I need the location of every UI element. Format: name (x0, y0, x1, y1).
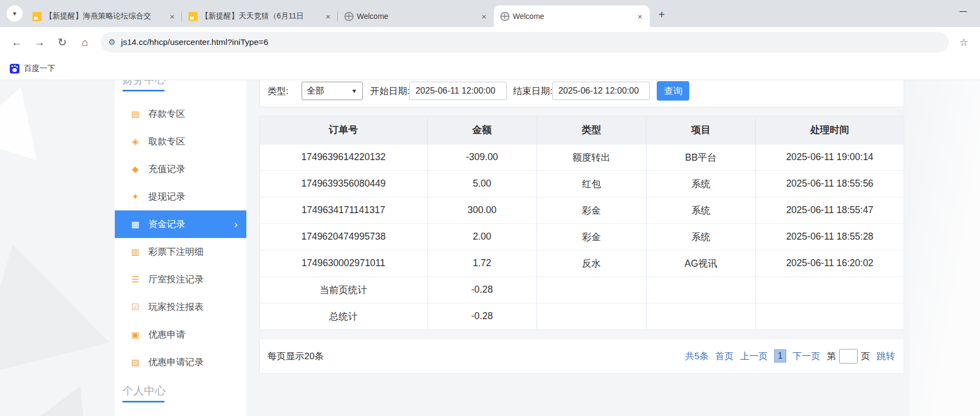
cell-process-time: 2025-06-11 18:55:47 (756, 197, 904, 223)
cell-amount: -0.28 (427, 303, 537, 329)
cashout-record-icon: ✦ (130, 192, 141, 202)
cell-process-time: 2025-06-11 18:55:28 (756, 223, 904, 250)
sidebar-item-recharge-record[interactable]: ◆ 充值记录 (115, 155, 246, 183)
next-page-link[interactable]: 下一页 (793, 350, 820, 362)
cell-amount: -0.28 (427, 276, 537, 303)
tab-title: 【新提醒】天天竞猜（6月11日 (201, 11, 319, 21)
end-date-input[interactable] (552, 82, 650, 100)
chevron-down-icon: ▼ (351, 88, 357, 94)
close-icon[interactable]: × (479, 11, 489, 22)
sidebar-item-label: 提现记录 (148, 190, 185, 203)
chevron-down-icon: ▾ (13, 10, 16, 17)
cell-project: 系统 (646, 223, 755, 250)
cell-project: BB平台 (646, 144, 755, 170)
cell-amount: 1.72 (427, 250, 537, 276)
tab-forum-1[interactable]: 【新提醒】海燕策略论坛综合交 × (26, 5, 182, 27)
sidebar-item-label: 存款专区 (148, 108, 185, 120)
tab-search-button[interactable]: ▾ (6, 5, 23, 22)
cell-project: 系统 (646, 170, 755, 197)
type-select[interactable]: 全部 ▼ (302, 82, 363, 100)
withdraw-icon: ◈ (130, 136, 141, 147)
current-page-indicator[interactable]: 1 (774, 349, 786, 362)
table-row: 1749634171141317 300.00 彩金 系统 2025-06-11… (260, 197, 904, 223)
header-type: 类型 (537, 116, 646, 144)
cell-process-time: 2025-06-11 16:20:02 (756, 250, 904, 276)
sidebar-item-deposit-zone[interactable]: ▤ 存款专区 (115, 100, 246, 128)
prev-page-link[interactable]: 上一页 (740, 350, 768, 362)
records-table: 订单号 金额 类型 项目 处理时间 1749639614220132 -309.… (260, 116, 904, 329)
cell-label: 当前页统计 (260, 276, 427, 303)
reload-button[interactable]: ↻ (52, 32, 73, 52)
tab-title: Welcome (357, 12, 475, 21)
cell-order-id: 1749620474995738 (260, 223, 427, 250)
forum-favicon (32, 12, 42, 21)
sidebar-item-promo-record[interactable]: ▧ 优惠申请记录 (115, 348, 246, 376)
decorative-triangle (0, 80, 57, 161)
start-date-input[interactable] (409, 82, 507, 100)
tab-forum-2[interactable]: 【新提醒】天天竞猜（6月11日 × (182, 5, 338, 27)
cell-process-time: 2025-06-11 18:55:56 (756, 170, 904, 197)
table-row: 1749620474995738 2.00 彩金 系统 2025-06-11 1… (260, 223, 904, 250)
sidebar-item-cashout-record[interactable]: ✦ 提现记录 (115, 183, 246, 210)
cell-empty (537, 303, 646, 329)
bookmark-baidu[interactable]: 百度一下 (5, 61, 60, 76)
sidebar-item-label: 彩票下注明细 (148, 246, 204, 258)
close-icon[interactable]: × (167, 11, 178, 22)
tab-title: Welcome (513, 12, 631, 21)
cell-order-id: 1749634171141317 (260, 197, 427, 223)
home-button[interactable]: ⌂ (75, 32, 95, 52)
decorative-triangle (10, 369, 120, 416)
cell-label: 总统计 (260, 303, 427, 329)
globe-favicon (344, 12, 354, 21)
baidu-favicon (10, 64, 19, 74)
sidebar-item-funds-record[interactable]: ▦ 资金记录 › (115, 210, 246, 238)
header-amount: 金额 (427, 116, 537, 144)
bookmark-star-icon[interactable]: ☆ (954, 32, 974, 52)
page-jump-input[interactable] (839, 349, 858, 364)
sidebar-item-withdraw-zone[interactable]: ◈ 取款专区 (115, 128, 246, 155)
promo-apply-icon: ▣ (130, 329, 141, 340)
new-tab-button[interactable]: + (654, 7, 669, 22)
hall-bet-record-icon: ☰ (130, 274, 141, 285)
table-row-grand-total: 总统计 -0.28 (260, 303, 904, 329)
sidebar-item-lottery-detail[interactable]: ▥ 彩票下注明细 (115, 238, 246, 266)
close-icon[interactable]: × (635, 11, 645, 22)
sidebar-item-player-report[interactable]: ☑ 玩家投注报表 (115, 293, 246, 321)
type-select-value: 全部 (307, 85, 324, 97)
header-process-time: 处理时间 (756, 116, 904, 144)
forward-button[interactable]: → (29, 32, 50, 52)
per-page-text: 每页显示20条 (267, 350, 324, 362)
page-content: 财务中心 ▤ 存款专区 ◈ 取款专区 ◆ 充值记录 ✦ 提现记录 (0, 80, 980, 416)
page-jump-group: 第 页 (827, 349, 870, 364)
funds-record-icon: ▦ (130, 219, 141, 229)
table-row: 1749639356080449 5.00 红包 系统 2025-06-11 1… (260, 170, 904, 197)
header-project: 项目 (646, 116, 755, 144)
tab-welcome-1[interactable]: Welcome × (338, 5, 494, 27)
records-table-panel: 订单号 金额 类型 项目 处理时间 1749639614220132 -309.… (259, 116, 904, 330)
sidebar-item-label: 资金记录 (148, 218, 185, 230)
jump-button[interactable]: 跳转 (877, 350, 895, 362)
sidebar-item-hall-bet-record[interactable]: ☰ 厅室投注记录 (115, 266, 246, 293)
cell-order-id: 1749630002971011 (260, 250, 427, 276)
table-row: 1749630002971011 1.72 反水 AG视讯 2025-06-11… (260, 250, 904, 276)
close-icon[interactable]: × (323, 11, 334, 22)
tab-welcome-2-active[interactable]: Welcome × (494, 5, 650, 27)
player-report-icon: ☑ (130, 302, 141, 312)
decorative-band (910, 80, 980, 416)
heading-underline (122, 401, 165, 402)
cell-amount: 300.00 (427, 197, 537, 223)
search-button[interactable]: 查询 (657, 81, 689, 101)
finance-center-heading: 财务中心 (122, 80, 246, 87)
url-text: js14.cc/hhcp/usercenter.html?iniType=6 (121, 37, 268, 47)
cell-empty (756, 303, 904, 329)
cell-amount: 2.00 (427, 223, 537, 250)
tab-title: 【新提醒】海燕策略论坛综合交 (45, 11, 164, 21)
start-date-label: 开始日期: (370, 85, 410, 97)
sidebar-item-promo-apply[interactable]: ▣ 优惠申请 (115, 321, 246, 348)
minimize-button[interactable]: — (959, 6, 967, 15)
site-settings-icon[interactable]: ⚙ (108, 37, 115, 47)
cell-type: 彩金 (537, 223, 646, 250)
first-page-link[interactable]: 首页 (715, 350, 734, 362)
back-button[interactable]: ← (6, 32, 27, 52)
address-bar[interactable]: ⚙ js14.cc/hhcp/usercenter.html?iniType=6 (101, 32, 949, 52)
